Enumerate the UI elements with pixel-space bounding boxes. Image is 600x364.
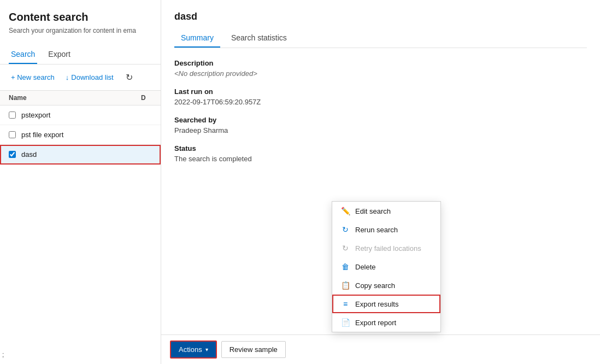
- status-group: Status The search is completed: [174, 144, 587, 163]
- dropdown-item-delete[interactable]: 🗑 Delete: [332, 257, 440, 276]
- status-label: Status: [174, 144, 587, 152]
- pstexport-checkbox[interactable]: [9, 111, 16, 119]
- dropdown-item-copy-search[interactable]: 📋 Copy search: [332, 276, 440, 295]
- edit-icon: ✏️: [341, 207, 350, 215]
- sidebar-tabs: Search Export: [0, 45, 161, 64]
- searched-by-label: Searched by: [174, 116, 587, 124]
- panel-header: dasd Summary Search statistics: [161, 0, 600, 48]
- sidebar-subtitle: Search your organization for content in …: [9, 27, 152, 34]
- dasd-checkbox[interactable]: [9, 151, 16, 158]
- export-report-icon: 📄: [341, 318, 350, 327]
- list-items: pstexport pst file export dasd: [0, 105, 161, 364]
- tab-export[interactable]: Export: [46, 45, 72, 64]
- last-run-value: 2022-09-17T06:59:20.957Z: [174, 98, 587, 106]
- new-search-button[interactable]: + New search: [9, 72, 57, 83]
- download-list-button[interactable]: ↓ Download list: [63, 72, 116, 83]
- list-item[interactable]: pstexport: [0, 105, 161, 125]
- chevron-down-icon: ▾: [205, 347, 208, 353]
- sidebar-header: Content search Search your organization …: [0, 0, 161, 45]
- download-icon: ↓: [66, 73, 69, 81]
- panel-title: dasd: [174, 11, 587, 22]
- tab-summary[interactable]: Summary: [174, 29, 220, 48]
- dropdown-item-export-results[interactable]: ≡ Export results: [332, 295, 440, 313]
- main-panel: dasd Summary Search statistics Descripti…: [161, 0, 600, 364]
- review-sample-button[interactable]: Review sample: [221, 341, 286, 358]
- refresh-button[interactable]: ↻: [122, 71, 136, 84]
- dropdown-item-edit-search[interactable]: ✏️ Edit search: [332, 202, 440, 220]
- pstfileexport-checkbox[interactable]: [9, 131, 16, 138]
- tab-search-statistics[interactable]: Search statistics: [225, 29, 293, 48]
- sidebar-actions: + New search ↓ Download list ↻: [0, 64, 161, 91]
- list-item-name: pstexport: [21, 111, 50, 119]
- dropdown-item-export-report[interactable]: 📄 Export report: [332, 313, 440, 332]
- date-column-header: D: [141, 94, 152, 102]
- description-label: Description: [174, 59, 587, 67]
- actions-button[interactable]: Actions ▾: [170, 340, 217, 359]
- last-run-group: Last run on 2022-09-17T06:59:20.957Z: [174, 87, 587, 106]
- delete-icon: 🗑: [341, 262, 350, 271]
- copy-icon: 📋: [341, 281, 350, 290]
- status-value: The search is completed: [174, 155, 587, 163]
- description-group: Description <No description provided>: [174, 59, 587, 78]
- actions-dropdown-menu: ✏️ Edit search ↻ Rerun search ↻ Retry fa…: [332, 201, 441, 332]
- bottom-bar: Actions ▾ Review sample: [161, 334, 600, 364]
- description-value: <No description provided>: [174, 69, 587, 78]
- export-results-icon: ≡: [341, 300, 350, 308]
- dropdown-item-rerun-search[interactable]: ↻ Rerun search: [332, 220, 440, 239]
- list-header: Name D: [0, 91, 161, 105]
- panel-tabs: Summary Search statistics: [174, 29, 587, 48]
- semicolon-label: ;: [2, 351, 4, 359]
- list-item-name: pst file export: [21, 131, 63, 139]
- last-run-label: Last run on: [174, 87, 587, 96]
- name-column-header: Name: [9, 94, 141, 102]
- list-item-dasd[interactable]: dasd: [0, 145, 161, 165]
- list-item-name: dasd: [21, 150, 37, 158]
- rerun-icon: ↻: [341, 225, 350, 234]
- sidebar-title: Content search: [9, 11, 152, 24]
- searched-by-value: Pradeep Sharma: [174, 126, 587, 134]
- retry-icon: ↻: [341, 244, 350, 253]
- searched-by-group: Searched by Pradeep Sharma: [174, 116, 587, 134]
- actions-label: Actions: [179, 345, 202, 354]
- dropdown-item-retry-failed: ↻ Retry failed locations: [332, 239, 440, 257]
- list-item[interactable]: pst file export: [0, 125, 161, 145]
- tab-search[interactable]: Search: [9, 45, 37, 64]
- sidebar: Content search Search your organization …: [0, 0, 161, 364]
